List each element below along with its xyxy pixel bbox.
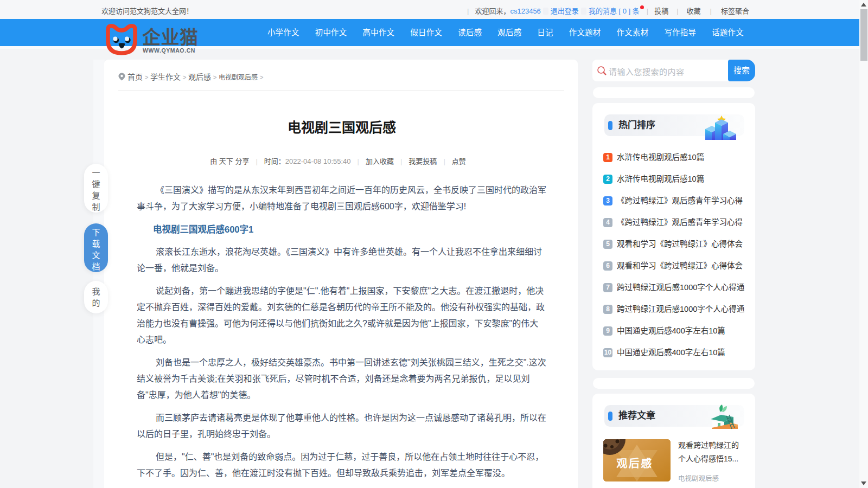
svg-text:观后感: 观后感 xyxy=(616,457,653,470)
